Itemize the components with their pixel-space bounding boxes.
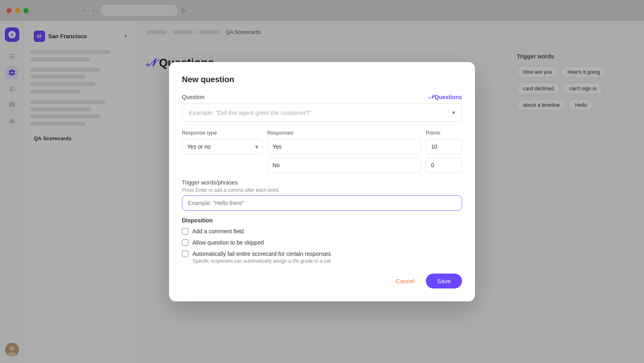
allow-skip-label[interactable]: Allow question to be skipped — [192, 239, 264, 246]
auto-fail-sublabel: Specific responses can automatically ass… — [192, 258, 331, 264]
question-input-wrapper[interactable]: Example: "Did the agent greet the custom… — [182, 104, 462, 122]
trigger-words-label: Trigger words/phrases — [182, 179, 462, 186]
ai-questions-label: 𝒩 Questions — [429, 94, 462, 100]
response-type-col-label: Response type — [182, 130, 262, 136]
points-col-label: Points — [426, 130, 462, 136]
response-type-select[interactable]: Yes or no Multiple choice Scale — [182, 139, 262, 154]
modal-title: New question — [182, 75, 462, 84]
points-yes-input[interactable] — [426, 139, 462, 154]
response-no-input[interactable] — [267, 158, 421, 173]
auto-fail-label[interactable]: Automatically fail entire scorecard for … — [192, 251, 331, 257]
checkbox-add-comment: Add a comment field — [182, 228, 462, 235]
ai-questions-icon: 𝒩 — [429, 94, 433, 100]
question-form-row: Question 𝒩 Questions — [182, 94, 462, 100]
add-comment-checkbox[interactable] — [182, 228, 188, 234]
modal-overlay: New question Question 𝒩 Questions Exampl… — [0, 0, 644, 363]
cancel-button[interactable]: Cancel — [389, 274, 421, 288]
response-yes-input[interactable] — [267, 139, 421, 154]
add-comment-label[interactable]: Add a comment field — [192, 228, 244, 234]
question-dropdown-icon: ▾ — [452, 109, 455, 116]
points-no-input[interactable] — [426, 158, 462, 173]
save-button[interactable]: Save — [426, 274, 462, 288]
disposition-title: Disposition — [182, 217, 462, 224]
question-label: Question — [182, 94, 204, 100]
trigger-hint: Press Enter or add a comma after each wo… — [182, 187, 462, 193]
response-type-select-wrapper[interactable]: Yes or no Multiple choice Scale — [182, 139, 262, 154]
responses-col-label: Responses — [267, 130, 421, 136]
checkbox-allow-skip: Allow question to be skipped — [182, 239, 462, 246]
checkbox-auto-fail: Automatically fail entire scorecard for … — [182, 250, 462, 264]
allow-skip-checkbox[interactable] — [182, 239, 188, 246]
ai-questions-text: Questions — [435, 94, 462, 100]
new-question-modal: New question Question 𝒩 Questions Exampl… — [169, 62, 475, 301]
modal-footer: Cancel Save — [182, 274, 462, 288]
trigger-words-section: Trigger words/phrases Press Enter or add… — [182, 179, 462, 211]
trigger-input[interactable] — [182, 195, 462, 211]
disposition-section: Disposition Add a comment field Allow qu… — [182, 217, 462, 264]
auto-fail-checkbox[interactable] — [182, 251, 188, 257]
question-input-placeholder: Example: "Did the agent greet the custom… — [189, 109, 311, 116]
